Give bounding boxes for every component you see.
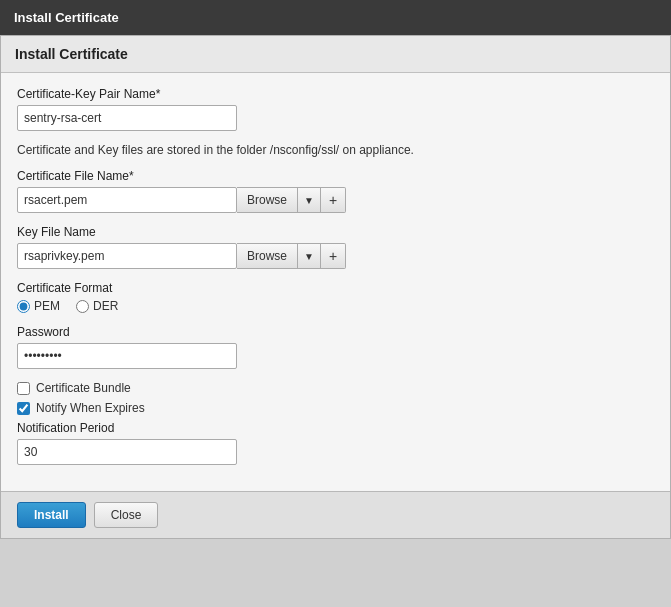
title-bar: Install Certificate [0,0,671,35]
notify-expires-label: Notify When Expires [36,401,145,415]
pem-label: PEM [34,299,60,313]
cert-file-name-group: Certificate File Name* Browse ▼ + [17,169,654,213]
bottom-space [0,539,671,607]
cert-bundle-row: Certificate Bundle [17,381,654,395]
notification-period-label: Notification Period [17,421,654,435]
cert-format-label: Certificate Format [17,281,654,295]
pem-radio-option[interactable]: PEM [17,299,60,313]
cert-bundle-checkbox[interactable] [17,382,30,395]
dialog-title: Install Certificate [15,46,656,62]
dialog-header: Install Certificate [1,36,670,73]
key-plus-button[interactable]: + [321,243,346,269]
close-button[interactable]: Close [94,502,159,528]
password-label: Password [17,325,654,339]
der-radio[interactable] [76,300,89,313]
dialog-footer: Install Close [1,491,670,538]
key-file-name-input[interactable] [17,243,237,269]
der-radio-option[interactable]: DER [76,299,118,313]
cert-key-pair-name-input[interactable]: sentry-rsa-cert [17,105,237,131]
key-file-row: Browse ▼ + [17,243,654,269]
dialog-body: Certificate-Key Pair Name* sentry-rsa-ce… [1,73,670,491]
cert-file-name-label: Certificate File Name* [17,169,654,183]
cert-bundle-label: Certificate Bundle [36,381,131,395]
key-browse-button[interactable]: Browse [237,243,298,269]
cert-key-pair-name-label: Certificate-Key Pair Name* [17,87,654,101]
cert-plus-button[interactable]: + [321,187,346,213]
cert-key-pair-name-group: Certificate-Key Pair Name* sentry-rsa-ce… [17,87,654,131]
notify-expires-row: Notify When Expires [17,401,654,415]
key-file-name-label: Key File Name [17,225,654,239]
key-file-name-group: Key File Name Browse ▼ + [17,225,654,269]
cert-format-group: Certificate Format PEM DER [17,281,654,313]
password-group: Password [17,325,654,369]
cert-browse-dropdown-button[interactable]: ▼ [298,187,321,213]
info-text-group: Certificate and Key files are stored in … [17,143,654,157]
cert-file-name-input[interactable] [17,187,237,213]
notification-period-group: Notification Period [17,421,654,465]
notification-period-input[interactable] [17,439,237,465]
cert-file-row: Browse ▼ + [17,187,654,213]
pem-radio[interactable] [17,300,30,313]
notify-expires-checkbox[interactable] [17,402,30,415]
cert-browse-button[interactable]: Browse [237,187,298,213]
install-certificate-dialog: Install Certificate Certificate-Key Pair… [0,35,671,539]
title-bar-label: Install Certificate [14,10,119,25]
cert-format-row: PEM DER [17,299,654,313]
info-text: Certificate and Key files are stored in … [17,143,654,157]
key-browse-dropdown-button[interactable]: ▼ [298,243,321,269]
der-label: DER [93,299,118,313]
install-button[interactable]: Install [17,502,86,528]
password-input[interactable] [17,343,237,369]
